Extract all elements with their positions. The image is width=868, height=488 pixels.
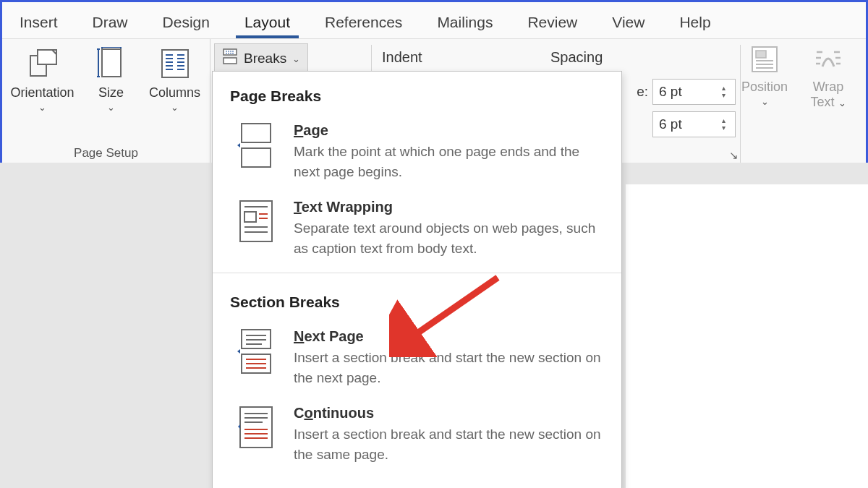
- wrap-label: Wrap: [813, 80, 844, 95]
- spacing-after-value: 6 pt: [659, 116, 682, 132]
- menu-item-next-page[interactable]: Next Page Insert a section break and sta…: [213, 321, 621, 398]
- chevron-down-icon: ⌄: [38, 102, 46, 113]
- wrap-text-icon: [812, 43, 844, 75]
- menu-item-page-break[interactable]: Page Mark the point at which one page en…: [213, 115, 621, 192]
- tab-view[interactable]: View: [595, 8, 662, 38]
- breaks-button[interactable]: Breaks ⌄: [214, 43, 308, 73]
- size-label: Size: [98, 85, 124, 100]
- spacing-after-input[interactable]: 6 pt ▴▾: [652, 111, 736, 137]
- svg-rect-9: [162, 50, 188, 77]
- menu-item-desc: Insert a section break and start the new…: [294, 348, 604, 388]
- dialog-launcher-icon[interactable]: ↘: [729, 149, 739, 162]
- chevron-down-icon: ⌄: [761, 96, 769, 107]
- indent-heading: Indent: [382, 49, 422, 66]
- breaks-icon: [222, 48, 238, 68]
- svg-rect-25: [756, 51, 766, 58]
- spacing-before-input[interactable]: 6 pt ▴▾: [652, 79, 736, 105]
- section-title-page-breaks: Page Breaks: [213, 72, 621, 115]
- wrap-text-button[interactable]: Wrap Text ⌄: [799, 43, 857, 110]
- spinner-arrows-icon[interactable]: ▴▾: [722, 112, 733, 137]
- menu-item-title: Next Page: [294, 328, 604, 345]
- next-page-icon: [237, 328, 275, 388]
- ribbon-tabs: Insert Draw Design Layout References Mai…: [2, 2, 866, 39]
- spacing-after-row: 6 pt ▴▾: [637, 111, 736, 137]
- columns-button[interactable]: Columns ⌄: [141, 43, 209, 143]
- breaks-label: Breaks: [244, 51, 286, 67]
- orientation-label: Orientation: [10, 85, 74, 100]
- position-button[interactable]: Position ⌄: [736, 43, 793, 110]
- tab-design[interactable]: Design: [145, 8, 227, 38]
- menu-item-desc: Mark the point at which one page ends an…: [294, 142, 604, 181]
- continuous-icon: [237, 405, 275, 464]
- menu-item-desc: Separate text around objects on web page…: [294, 218, 604, 258]
- size-icon: [94, 46, 129, 81]
- chevron-down-icon: ⌄: [107, 102, 115, 113]
- tab-draw[interactable]: Draw: [75, 8, 145, 38]
- document-page[interactable]: [626, 184, 868, 488]
- chevron-down-icon: ⌄: [292, 53, 300, 64]
- columns-label: Columns: [149, 85, 200, 100]
- menu-item-text-wrapping[interactable]: Text Wrapping Separate text around objec…: [213, 192, 621, 268]
- tab-mailings[interactable]: Mailings: [420, 8, 510, 38]
- position-icon: [749, 43, 780, 75]
- divider: [213, 273, 621, 273]
- tab-insert[interactable]: Insert: [2, 8, 75, 38]
- page-break-icon: [237, 122, 275, 181]
- orientation-icon: [25, 46, 60, 81]
- svg-rect-23: [224, 58, 237, 64]
- menu-item-continuous[interactable]: Continuous Insert a section break and st…: [213, 398, 621, 474]
- svg-rect-36: [242, 148, 271, 167]
- columns-icon: [158, 46, 192, 81]
- orientation-button[interactable]: Orientation ⌄: [4, 43, 82, 143]
- spacing-heading: Spacing: [550, 49, 603, 66]
- size-button[interactable]: Size ⌄: [86, 43, 137, 143]
- group-label-page-setup: Page Setup: [74, 143, 138, 162]
- position-label: Position: [741, 80, 788, 95]
- menu-item-desc: Insert a section break and start the new…: [294, 424, 604, 464]
- spinner-arrows-icon[interactable]: ▴▾: [722, 80, 733, 104]
- chevron-down-icon: ⌄: [171, 102, 179, 113]
- spacing-before-label: e:: [637, 84, 648, 100]
- chevron-down-icon: ⌄: [838, 98, 846, 108]
- group-page-setup: Orientation ⌄ Size ⌄: [2, 39, 210, 165]
- svg-rect-20: [224, 49, 237, 55]
- spacing-before-value: 6 pt: [659, 84, 682, 100]
- menu-item-title: Page: [294, 122, 604, 139]
- tab-review[interactable]: Review: [510, 8, 595, 38]
- menu-item-title: Text Wrapping: [294, 199, 604, 215]
- tab-help[interactable]: Help: [662, 8, 728, 38]
- group-arrange: Position ⌄ Wrap Text ⌄: [736, 43, 857, 110]
- breaks-dropdown: Page Breaks Page Mark the point at which…: [212, 71, 622, 488]
- menu-item-title: Continuous: [294, 405, 604, 421]
- tab-layout[interactable]: Layout: [227, 8, 307, 38]
- tab-references[interactable]: References: [307, 8, 420, 38]
- svg-rect-35: [242, 124, 271, 142]
- svg-rect-2: [102, 49, 121, 77]
- wrap-label2: Text ⌄: [810, 95, 846, 110]
- spacing-before-row: e: 6 pt ▴▾: [637, 79, 736, 105]
- text-wrapping-icon: [237, 199, 275, 258]
- section-title-section-breaks: Section Breaks: [213, 278, 621, 321]
